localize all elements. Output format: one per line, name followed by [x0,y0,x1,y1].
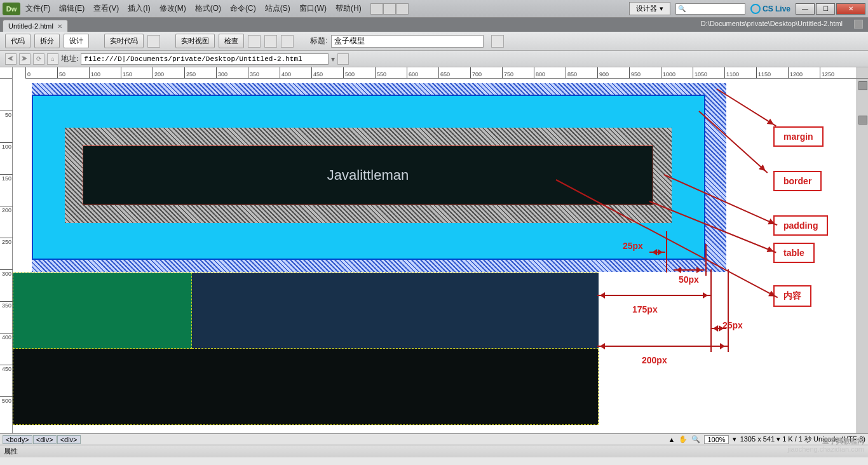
annot-margin: margin [773,126,824,147]
tag-selector-bar: <body> <div> <div> ▲ ✋ 🔍 100% ▾ 1305 x 5… [0,433,868,445]
cslive-button[interactable]: CS Live [750,4,790,14]
properties-header[interactable]: 属性 [0,445,868,457]
maximize-button[interactable]: ☐ [816,3,835,15]
menu-edit[interactable]: 编辑(E) [59,3,85,14]
menu-modify[interactable]: 修改(M) [159,3,186,14]
dim-200: 200px [642,355,667,365]
page-title-input[interactable] [331,35,484,48]
split-view-button[interactable]: 拆分 [34,34,60,48]
live-code-icon[interactable] [147,35,160,48]
nav-refresh-icon[interactable]: ⟳ [33,53,44,65]
dim-bar-icon [649,252,665,253]
dim-guide-icon [728,269,729,352]
tag-div[interactable]: <div> [57,435,81,444]
zoom-icon[interactable]: 🔍 [691,435,700,443]
document-tab-label: Untitled-2.html [8,22,53,30]
address-label: 地址: [61,53,78,64]
content-box: Javalittleman [83,145,653,205]
designer-dropdown[interactable]: 设计器▾ [629,2,670,15]
address-toolbar: ⮜ ⮞ ⟳ ⌂ 地址: ▾ [0,51,868,67]
layout-icon[interactable] [370,3,383,15]
menu-insert[interactable]: 插入(I) [128,3,150,14]
watermark: 查字典教程网jiaocheng.chazidian.com [788,437,864,454]
doc-restore-icon[interactable] [854,20,863,29]
design-canvas[interactable]: Javalittleman margin border padding tabl… [13,79,857,433]
content-text: Javalittleman [327,167,409,184]
dim-bar-icon [674,269,704,271]
options-icon[interactable] [281,35,294,48]
view-toolbar: 代码 拆分 设计 实时代码 实时视图 检查 标题: [0,32,868,51]
annot-border: border [773,171,822,191]
hand-icon[interactable]: ✋ [679,435,688,443]
vertical-ruler: 50100150200250300350400450500 [0,79,13,433]
pointer-icon[interactable]: ▲ [668,436,675,443]
nav-home-icon[interactable]: ⌂ [47,53,58,65]
workspace-icon[interactable] [396,3,409,15]
menu-format[interactable]: 格式(O) [195,3,221,14]
code-view-button[interactable]: 代码 [5,34,31,48]
panel-dock [857,79,868,433]
close-tab-icon[interactable]: ✕ [57,23,62,30]
menu-view[interactable]: 查看(V) [93,3,119,14]
dim-bar-icon [597,295,710,296]
title-tool-icon[interactable] [491,35,504,48]
design-view-button[interactable]: 设计 [64,34,89,48]
annot-padding: padding [773,215,828,236]
search-box[interactable] [675,3,745,15]
dim-50: 50px [679,274,699,285]
close-button[interactable]: ✕ [836,3,865,15]
dim-175: 175px [632,304,658,314]
inspect-button[interactable]: 检查 [219,34,244,48]
panel-toggle-icon[interactable] [858,116,867,125]
main-menu: 文件(F) 编辑(E) 查看(V) 插入(I) 修改(M) 格式(O) 命令(C… [25,3,362,14]
padding-area: Javalittleman [65,128,672,223]
dim-guide-icon [705,244,707,276]
app-logo: Dw [3,3,20,15]
address-input[interactable] [81,53,329,65]
refresh-icon[interactable] [264,35,277,48]
nav-back-icon[interactable]: ⮜ [5,53,17,65]
tag-body[interactable]: <body> [3,435,32,444]
menu-help[interactable]: 帮助(H) [336,3,362,14]
horizontal-ruler: 0501001502002503003504004505005506006507… [25,67,857,79]
green-box [13,273,192,349]
extension-icon[interactable] [383,3,396,15]
document-tabs: Untitled-2.html ✕ D:\Documents\private\D… [0,18,868,32]
document-tab[interactable]: Untitled-2.html ✕ [3,20,68,32]
dim-bar-icon [710,328,726,329]
document-path: D:\Documents\private\Desktop\Untitled-2.… [701,20,843,27]
menu-site[interactable]: 站点(S) [265,3,290,14]
black-box [13,349,599,425]
address-tool-icon[interactable] [337,53,349,65]
nav-fwd-icon[interactable]: ⮞ [19,53,31,65]
properties-body [0,457,868,465]
border-area: Javalittleman [32,95,705,260]
title-bar: Dw 文件(F) 编辑(E) 查看(V) 插入(I) 修改(M) 格式(O) 命… [0,0,868,18]
menu-file[interactable]: 文件(F) [25,3,50,14]
dim-bar-icon [597,346,728,347]
annot-table: table [773,243,815,263]
design-canvas-area: 50100150200250300350400450500 Javalittle… [0,79,868,433]
minimize-button[interactable]: ― [796,3,815,15]
tag-div[interactable]: <div> [33,435,57,444]
title-label: 标题: [310,36,327,46]
menu-window[interactable]: 窗口(W) [299,3,327,14]
live-view-button[interactable]: 实时视图 [175,34,215,48]
globe-icon[interactable] [248,35,261,48]
dim-guide-icon [666,231,667,273]
menu-command[interactable]: 命令(C) [230,3,256,14]
live-code-button[interactable]: 实时代码 [104,34,144,48]
navy-box [192,273,599,349]
panel-toggle-icon[interactable] [858,81,867,90]
dim-guide-icon [710,269,712,352]
dim-25a: 25px [623,241,643,251]
zoom-value[interactable]: 100% [704,435,728,444]
